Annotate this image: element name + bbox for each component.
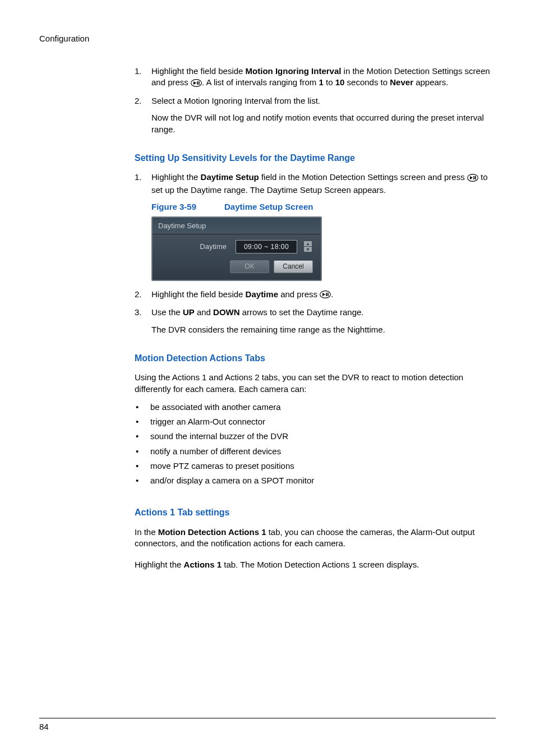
text: . [331,289,333,299]
step-number: 3. [135,307,151,318]
spinner-down-icon[interactable]: ▼ [304,247,312,252]
text: field in the Motion Detection Settings s… [259,172,467,182]
bold: Motion Ignoring Interval [246,66,342,76]
step-2-note: Now the DVR will not log and notify moti… [151,112,496,135]
list-item-text: sound the internal buzzer of the DVR [150,431,288,442]
step-body: Use the UP and DOWN arrows to set the Da… [151,307,496,318]
svg-rect-2 [199,81,200,85]
page-number: 84 [39,722,49,731]
figure-number: Figure 3-59 [151,201,224,213]
bullet-icon: • [135,446,150,457]
step-body: Highlight the Daytime Setup field in the… [151,172,496,196]
step-2: 2. Select a Motion Ignoring Interval fro… [135,95,496,107]
svg-rect-7 [326,293,327,296]
play-pause-icon [467,173,478,185]
cancel-button[interactable]: Cancel [274,260,313,273]
daytime-time-input[interactable]: 09:00 ~ 18:00 [236,240,297,253]
text: and press [278,289,320,299]
list-item: •be associated with another camera [135,402,496,413]
step-number: 2. [135,289,151,302]
bold: Daytime Setup [201,172,259,182]
list-item: •and/or display a camera on a SPOT monit… [135,475,496,486]
list-item-text: and/or display a camera on a SPOT monito… [150,475,314,486]
svg-rect-5 [475,176,476,179]
bullet-icon: • [135,431,150,442]
text: Highlight the field beside [151,66,246,76]
step-body: Select a Motion Ignoring Interval from t… [151,95,496,107]
text: Highlight the [151,172,201,182]
sens-step-1: 1. Highlight the Daytime Setup field in … [135,172,496,196]
step-body: Highlight the field beside Motion Ignori… [151,66,496,90]
sens-step-3: 3. Use the UP and DOWN arrows to set the… [135,307,496,318]
text: seconds to [344,77,390,87]
bold: Motion Detection Actions 1 [158,527,266,537]
play-pause-icon [320,290,331,301]
time-spinner[interactable]: ▲ ▼ [304,241,312,252]
list-item-text: move PTZ cameras to preset positions [150,460,294,472]
bold: UP [183,307,195,317]
bold: 1 [319,77,323,87]
section-title-sensitivity: Setting Up Sensitivity Levels for the Da… [135,152,496,164]
list-item-text: notify a number of different devices [150,446,281,457]
step-1: 1. Highlight the field beside Motion Ign… [135,66,496,90]
text: tab. The Motion Detection Actions 1 scre… [222,560,419,569]
motion-intro: Using the Actions 1 and Actions 2 tabs, … [135,372,496,395]
bold: Actions 1 [184,560,222,569]
svg-rect-8 [328,293,329,296]
bullet-icon: • [135,460,150,472]
ok-button[interactable]: OK [230,260,269,273]
section-title-motion: Motion Detection Actions Tabs [135,352,496,365]
list-item-text: trigger an Alarm-Out connector [150,416,265,427]
sens-step-3-note: The DVR considers the remaining time ran… [151,324,496,335]
text: Use the [151,307,183,317]
figure-caption: Figure 3-59Daytime Setup Screen [151,201,496,213]
text: appears. [413,77,449,87]
step-number: 1. [135,66,151,90]
motion-bullets: •be associated with another camera •trig… [135,402,496,487]
step-number: 2. [135,95,151,107]
daytime-label: Daytime [200,242,227,252]
bullet-icon: • [135,416,150,427]
daytime-setup-panel: Daytime Setup Daytime 09:00 ~ 18:00 ▲ ▼ … [151,216,322,281]
step-body: Highlight the field beside Daytime and p… [151,289,496,302]
svg-rect-1 [197,81,198,85]
daytime-setup-panel-title: Daytime Setup [153,218,321,235]
bullet-icon: • [135,475,150,486]
bold: 10 [335,77,345,87]
text: and [195,307,213,317]
page-footer: 84 [39,718,496,731]
actions1-p1: In the Motion Detection Actions 1 tab, y… [135,527,496,550]
text: Highlight the [135,560,184,569]
bold: DOWN [213,307,240,317]
sens-step-2: 2. Highlight the field beside Daytime an… [135,289,496,302]
list-item-text: be associated with another camera [150,402,281,413]
spinner-up-icon[interactable]: ▲ [304,241,312,246]
text: to [324,77,335,87]
step-number: 1. [135,172,151,196]
actions1-p2: Highlight the Actions 1 tab. The Motion … [135,559,496,570]
section-title-actions1: Actions 1 Tab settings [135,506,496,519]
text: . A list of intervals ranging from [202,77,319,87]
list-item: •move PTZ cameras to preset positions [135,460,496,472]
bold: Never [390,77,413,87]
play-pause-icon [191,79,202,90]
svg-rect-4 [473,176,474,179]
bullet-icon: • [135,402,150,413]
list-item: •trigger an Alarm-Out connector [135,416,496,427]
text: arrows to set the Daytime range. [240,307,364,317]
list-item: •sound the internal buzzer of the DVR [135,431,496,442]
figure-title: Daytime Setup Screen [224,202,313,211]
page-header: Configuration [39,34,496,43]
list-item: •notify a number of different devices [135,446,496,457]
text: In the [135,527,158,537]
text: Highlight the field beside [151,289,246,299]
bold: Daytime [246,289,278,299]
